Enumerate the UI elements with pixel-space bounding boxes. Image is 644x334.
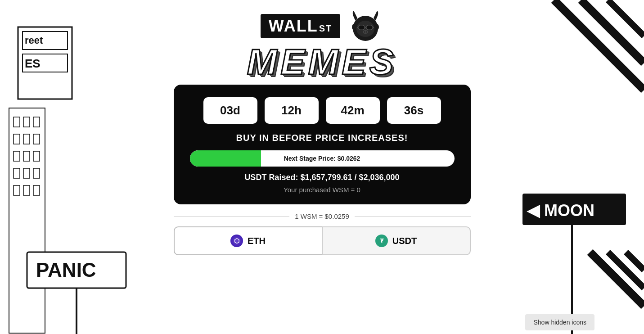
svg-rect-6 (14, 117, 20, 127)
svg-rect-15 (14, 168, 20, 178)
bg-left-sketch: reet ES PANIC (0, 0, 167, 334)
presale-card: 03d 12h 42m 36s BUY IN BEFORE PRICE INCR… (174, 85, 471, 204)
svg-rect-20 (33, 185, 40, 195)
buy-in-text: BUY IN BEFORE PRICE INCREASES! (190, 133, 455, 143)
divider-left (174, 216, 290, 217)
svg-rect-9 (14, 134, 20, 144)
svg-rect-13 (23, 151, 30, 161)
countdown-seconds: 36s (387, 97, 441, 124)
show-hidden-icons-button[interactable]: Show hidden icons (525, 314, 594, 330)
eth-icon: ⬡ (230, 235, 243, 247)
wall-label: WALL (269, 17, 318, 36)
usdt-button[interactable]: ₮ USDT (322, 226, 471, 255)
usdt-icon: ₮ (375, 235, 388, 247)
svg-rect-17 (33, 168, 40, 178)
svg-rect-11 (33, 134, 40, 144)
eth-button[interactable]: ⬡ ETH (174, 226, 322, 255)
wall-st-badge: WALLST (261, 14, 341, 38)
svg-point-49 (374, 24, 379, 30)
svg-point-46 (364, 32, 365, 33)
svg-rect-10 (23, 134, 30, 144)
svg-point-48 (352, 24, 356, 30)
memes-title: MEMES (247, 44, 397, 80)
svg-rect-14 (33, 151, 40, 161)
svg-text:ES: ES (25, 57, 41, 70)
progress-fill (190, 150, 261, 167)
svg-rect-16 (23, 168, 30, 178)
countdown-row: 03d 12h 42m 36s (190, 97, 455, 124)
countdown-hours: 12h (265, 97, 319, 124)
svg-point-47 (366, 32, 367, 33)
currency-row: ⬡ ETH ₮ USDT (174, 226, 471, 255)
svg-line-29 (626, 0, 644, 18)
logo-area: WALLST (247, 8, 397, 80)
svg-rect-7 (23, 117, 30, 127)
svg-point-45 (363, 30, 368, 34)
svg-rect-18 (14, 185, 20, 195)
countdown-days: 03d (203, 97, 257, 124)
bull-mascot-icon (347, 8, 383, 44)
eth-label: ETH (248, 236, 266, 246)
usdt-label: USDT (392, 236, 417, 246)
svg-rect-19 (23, 185, 30, 195)
st-label: ST (319, 23, 333, 34)
svg-text:◀ MOON: ◀ MOON (527, 201, 594, 220)
countdown-minutes: 42m (326, 97, 380, 124)
svg-rect-40 (358, 25, 365, 30)
progress-bar-container: Next Stage Price: $0.0262 (190, 150, 455, 167)
svg-text:PANIC: PANIC (36, 259, 96, 281)
svg-text:reet: reet (25, 35, 43, 46)
wsm-rate-label: 1 WSM = $0.0259 (295, 212, 349, 220)
usdt-raised-text: USDT Raised: $1,657,799.61 / $2,036,000 (190, 173, 455, 182)
svg-rect-8 (33, 117, 40, 127)
bg-right-sketch: ◀ MOON (518, 0, 644, 334)
wsm-rate-row: 1 WSM = $0.0259 (174, 212, 471, 220)
main-content: WALLST (160, 0, 484, 255)
svg-rect-41 (366, 25, 373, 30)
divider-right (355, 216, 471, 217)
purchased-wsm-text: Your purchased WSM = 0 (190, 186, 455, 194)
progress-label: Next Stage Price: $0.0262 (284, 155, 360, 162)
svg-rect-12 (14, 151, 20, 161)
logo-top-row: WALLST (261, 8, 384, 44)
